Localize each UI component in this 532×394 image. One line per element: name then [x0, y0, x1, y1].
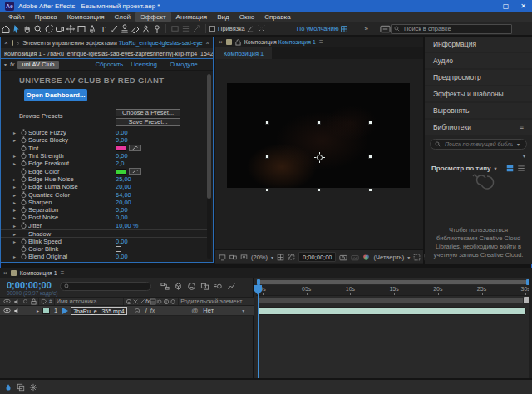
pan-behind-tool-icon[interactable] [65, 22, 76, 35]
stopwatch-icon[interactable] [18, 152, 28, 160]
parent-column[interactable]: Родительский элемент [180, 298, 250, 304]
stopwatch-icon[interactable] [18, 168, 28, 175]
selection-handle[interactable] [265, 121, 269, 125]
twirl-icon[interactable]: ▸ [11, 184, 18, 190]
comp-viewer[interactable] [215, 59, 423, 249]
graph-editor-icon[interactable] [227, 282, 236, 291]
libraries-search-box[interactable]: ▾ [430, 139, 527, 150]
lock-column-icon[interactable] [31, 298, 37, 305]
source-name-column[interactable]: Имя источника [57, 298, 121, 304]
magnification-icon[interactable] [240, 254, 248, 261]
twirl-icon[interactable]: ▸ [11, 153, 18, 159]
selection-tool-icon[interactable] [11, 22, 22, 35]
color-swatch[interactable] [116, 145, 126, 151]
close-panel-icon[interactable]: × [3, 269, 7, 277]
solo-column-icon[interactable] [22, 298, 28, 304]
timeline-right-scrollbar[interactable] [529, 278, 532, 378]
stopwatch-icon[interactable] [18, 222, 28, 229]
region-of-interest-icon[interactable] [413, 254, 421, 261]
panel-overflow-icon[interactable]: » [206, 39, 209, 47]
param-name[interactable]: Separation [28, 206, 116, 214]
maximize-button[interactable]: ▢ [497, 0, 515, 12]
param-value[interactable]: 0,00 [116, 152, 128, 160]
param-name[interactable]: Blink Speed [28, 238, 116, 245]
stopwatch-icon[interactable] [18, 136, 28, 144]
brush-tool-icon[interactable] [108, 22, 119, 35]
param-value[interactable]: 25,00 [116, 175, 131, 183]
timeline-timecode[interactable]: 0;00;00;00 [7, 280, 52, 290]
stopwatch-icon[interactable] [18, 160, 28, 167]
param-value[interactable]: 20,00 [116, 199, 131, 206]
choose-preset-button[interactable]: Choose a Preset... [116, 109, 180, 116]
snap-checkbox[interactable] [209, 26, 215, 32]
close-panel-icon[interactable]: × [4, 39, 8, 47]
param-value[interactable]: 2,0 [116, 160, 124, 167]
menu-item[interactable]: Эффект [135, 12, 171, 22]
workspace-selector[interactable]: По умолчанию [297, 25, 339, 32]
reset-link[interactable]: Сбросить [96, 61, 123, 68]
right-panel-tab[interactable]: Информация [425, 37, 532, 52]
eyedropper-icon[interactable] [129, 145, 141, 151]
workspace-icon[interactable] [339, 22, 350, 35]
roto-brush-tool-icon[interactable] [140, 22, 151, 35]
layer-parent-value[interactable]: Нет [203, 307, 214, 314]
param-name[interactable]: Shadow [28, 230, 116, 238]
menu-item[interactable]: Анимация [171, 12, 213, 22]
stopwatch-icon[interactable] [18, 183, 28, 190]
motion-blur-icon[interactable] [214, 282, 223, 291]
param-value[interactable]: 0,00 [116, 206, 128, 214]
twirl-icon[interactable]: ▸ [11, 214, 18, 220]
snap-label[interactable]: Привязка [218, 25, 245, 32]
selection-handle[interactable] [368, 155, 372, 159]
time-navigator[interactable] [258, 280, 529, 284]
param-name[interactable]: Blend Original [28, 253, 116, 260]
layer-fx-icon[interactable]: fx [150, 308, 155, 313]
collapse-switch-icon[interactable] [132, 298, 139, 305]
twirl-down-icon[interactable]: ▾ [4, 62, 7, 67]
layer-label-color[interactable] [42, 308, 50, 314]
timeline-search-box[interactable] [60, 282, 151, 291]
draft-3d-icon[interactable] [174, 282, 183, 291]
stopwatch-icon[interactable] [18, 253, 28, 260]
param-value[interactable]: 20,00 [116, 183, 131, 190]
param-value[interactable]: 0,00 [116, 129, 128, 136]
playhead-line[interactable] [258, 285, 259, 378]
stopwatch-icon[interactable] [18, 238, 28, 245]
comp-viewer-tab[interactable]: Композиция 1 [215, 47, 272, 59]
flowchart-toggle-icon[interactable] [29, 383, 37, 392]
chevron-down-icon[interactable]: ▾ [407, 254, 410, 260]
about-link[interactable]: О модуле... [170, 61, 203, 68]
chevron-down-icon[interactable]: ▾ [517, 141, 520, 147]
layer-quality-icon[interactable]: / [145, 307, 147, 314]
twirl-icon[interactable]: ▸ [11, 160, 18, 166]
param-name[interactable]: Jitter [28, 222, 116, 229]
frame-blending-icon[interactable] [200, 282, 209, 291]
navigator-start-handle[interactable] [257, 279, 260, 285]
layer-row[interactable]: ▸ 1 7baRu_e...355.mp4 / fx @ [0, 306, 254, 316]
snapshot-camera-icon[interactable] [339, 254, 347, 261]
minimize-button[interactable]: — [480, 0, 497, 12]
param-value[interactable]: 0,00 [116, 214, 128, 221]
chevron-down-icon[interactable]: ▾ [242, 308, 244, 313]
twirl-icon[interactable]: ▸ [11, 239, 18, 244]
frame-blend-switch-icon[interactable] [150, 298, 156, 305]
quality-switch-icon[interactable] [139, 298, 145, 305]
lock-icon[interactable] [235, 39, 241, 46]
adjustment-switch-icon[interactable] [163, 298, 170, 305]
render-drop-icon[interactable] [4, 383, 12, 392]
stopwatch-icon[interactable] [18, 199, 28, 206]
param-name[interactable]: Source Fuzzy [28, 129, 116, 136]
list-view-icon[interactable] [517, 165, 525, 172]
effects-scrollbar[interactable] [207, 74, 211, 259]
composition-tab[interactable]: Композиция Композиция 1 [244, 39, 316, 45]
selection-handle[interactable] [317, 188, 321, 192]
selection-handle[interactable] [265, 155, 269, 159]
selection-handle[interactable] [368, 121, 372, 125]
param-name[interactable]: Color Blink [28, 245, 116, 253]
snap-angle-icon[interactable] [245, 22, 256, 35]
puppet-pin-tool-icon[interactable] [151, 22, 162, 35]
panel-menu-icon[interactable]: ≡ [61, 269, 65, 277]
twirl-icon[interactable]: ▸ [11, 137, 18, 143]
audio-column-icon[interactable] [13, 298, 20, 305]
channels-icon[interactable] [362, 254, 370, 261]
